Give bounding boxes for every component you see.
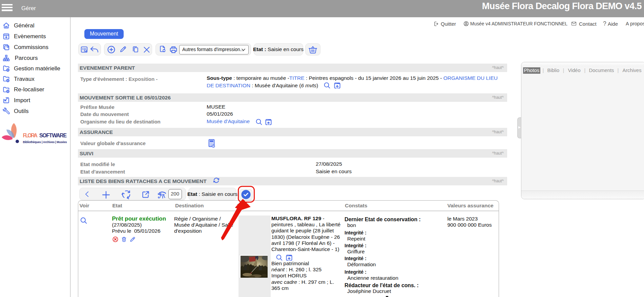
svg-text:FLORA: FLORA xyxy=(23,133,38,138)
svg-text:Bibliothèques | Archives | Mus: Bibliothèques | Archives | Musées xyxy=(23,140,67,144)
svg-text:SOFTWARE: SOFTWARE xyxy=(39,133,67,138)
